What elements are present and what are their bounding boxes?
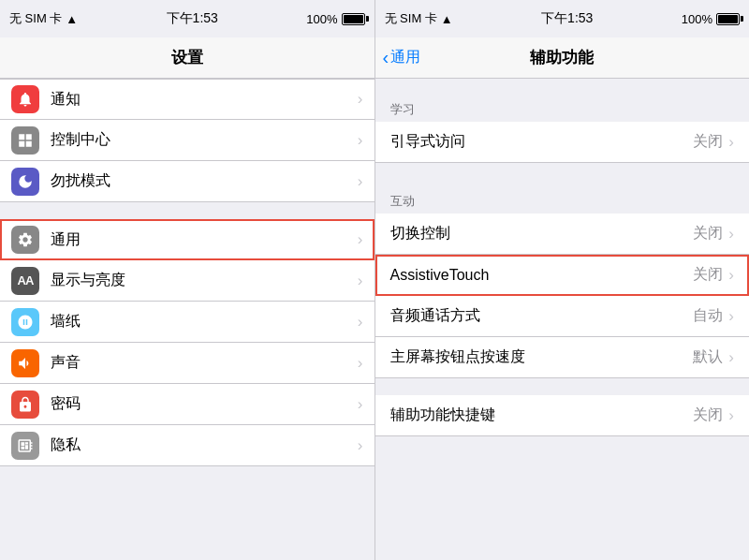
switch-control-chevron: ›: [728, 225, 734, 243]
control-label: 控制中心: [51, 130, 354, 150]
dnd-chevron: ›: [358, 172, 363, 191]
guided-access-chevron: ›: [728, 133, 734, 152]
guided-access-label: 引导式访问: [390, 132, 694, 152]
wallpaper-chevron: ›: [358, 313, 363, 332]
audio-routing-value: 自动: [693, 306, 723, 326]
right-battery-pct: 100%: [682, 12, 712, 26]
general-chevron: ›: [358, 230, 363, 249]
acc-item-assistive-touch[interactable]: AssistiveTouch 关闭 ›: [375, 255, 750, 296]
settings-item-control[interactable]: 控制中心 ›: [0, 120, 374, 161]
settings-item-sound[interactable]: 声音 ›: [0, 343, 374, 384]
dnd-icon: [11, 168, 39, 196]
switch-control-label: 切换控制: [390, 224, 694, 243]
right-nav-bar: ‹ 通用 辅助功能: [375, 37, 750, 79]
acc-section-header-interact: 互动: [375, 180, 750, 214]
settings-item-notification[interactable]: 通知 ›: [0, 79, 374, 120]
assistive-touch-label: AssistiveTouch: [390, 267, 694, 284]
left-time: 下午1:53: [167, 10, 218, 27]
sound-icon: [11, 349, 39, 377]
settings-item-dnd[interactable]: 勿扰模式 ›: [0, 161, 374, 202]
notification-label: 通知: [51, 90, 354, 110]
wallpaper-label: 墙纸: [51, 312, 354, 332]
acc-item-shortcut[interactable]: 辅助功能快捷键 关闭 ›: [375, 395, 750, 436]
dnd-label: 勿扰模式: [51, 171, 354, 191]
general-icon: [11, 226, 39, 254]
acc-section-header-learn: 学习: [375, 88, 750, 122]
settings-item-passcode[interactable]: 密码 ›: [0, 384, 374, 425]
sound-chevron: ›: [358, 354, 363, 373]
left-nav-title: 设置: [171, 47, 203, 68]
left-section-2: 通用 › AA 显示与亮度 › 墙纸 › 声音 ›: [0, 219, 374, 466]
display-icon: AA: [11, 267, 39, 295]
shortcut-value: 关闭: [693, 405, 723, 425]
sound-label: 声音: [51, 353, 354, 373]
home-speed-value: 默认: [693, 347, 723, 367]
acc-item-audio-routing[interactable]: 音频通话方式 自动 ›: [375, 296, 750, 337]
left-panel: 无 SIM 卡 ▲ 下午1:53 100% 设置 通知 ›: [0, 0, 374, 560]
privacy-label: 隐私: [51, 435, 354, 455]
acc-item-guided-access[interactable]: 引导式访问 关闭 ›: [375, 122, 750, 163]
back-button[interactable]: ‹ 通用: [383, 48, 421, 67]
passcode-icon: [11, 391, 39, 419]
acc-gap-1: [375, 163, 750, 180]
left-battery-pct: 100%: [306, 12, 337, 26]
audio-routing-label: 音频通话方式: [390, 306, 694, 326]
home-speed-chevron: ›: [728, 348, 734, 367]
right-nav-title: 辅助功能: [530, 47, 594, 68]
control-icon: [11, 126, 39, 155]
right-status-right: 100%: [682, 12, 740, 26]
left-battery-icon: [342, 13, 365, 25]
settings-item-general[interactable]: 通用 ›: [0, 219, 374, 260]
display-chevron: ›: [358, 272, 363, 290]
left-sim-label: 无 SIM 卡: [9, 10, 62, 27]
audio-routing-chevron: ›: [728, 307, 734, 326]
control-chevron: ›: [358, 131, 363, 150]
back-label: 通用: [390, 48, 420, 67]
notification-chevron: ›: [358, 90, 363, 109]
settings-item-wallpaper[interactable]: 墙纸 ›: [0, 302, 374, 343]
right-time: 下午1:53: [541, 10, 593, 27]
switch-control-value: 关闭: [693, 224, 723, 243]
assistive-touch-chevron: ›: [728, 266, 734, 285]
left-status-bar: 无 SIM 卡 ▲ 下午1:53 100%: [0, 0, 374, 37]
right-status-left: 无 SIM 卡 ▲: [385, 10, 453, 27]
acc-gap-top: [375, 79, 750, 88]
wallpaper-icon: [11, 308, 39, 336]
left-section-1: 通知 › 控制中心 › 勿扰模式 ›: [0, 79, 374, 202]
settings-item-display[interactable]: AA 显示与亮度 ›: [0, 260, 374, 302]
home-speed-label: 主屏幕按钮点按速度: [390, 347, 694, 367]
shortcut-chevron: ›: [728, 406, 734, 425]
guided-access-value: 关闭: [693, 132, 723, 152]
settings-item-privacy[interactable]: 隐私 ›: [0, 425, 374, 466]
right-wifi-icon: ▲: [441, 12, 453, 26]
privacy-chevron: ›: [358, 436, 363, 455]
section-gap-1: [0, 202, 374, 219]
left-settings-list: 通知 › 控制中心 › 勿扰模式 ›: [0, 79, 374, 560]
passcode-chevron: ›: [358, 395, 363, 414]
back-chevron-icon: ‹: [383, 48, 389, 66]
acc-item-switch-control[interactable]: 切换控制 关闭 ›: [375, 214, 750, 255]
right-settings-list: 学习 引导式访问 关闭 › 互动 切换控制 关闭 › AssistiveTouc…: [375, 79, 750, 560]
notification-icon: [11, 85, 39, 113]
general-label: 通用: [51, 230, 354, 250]
right-status-bar: 无 SIM 卡 ▲ 下午1:53 100%: [375, 0, 750, 37]
display-label: 显示与亮度: [51, 271, 354, 290]
left-status-left: 无 SIM 卡 ▲: [9, 10, 78, 27]
acc-item-home-speed[interactable]: 主屏幕按钮点按速度 默认 ›: [375, 337, 750, 378]
acc-gap-2: [375, 378, 750, 395]
right-panel: 无 SIM 卡 ▲ 下午1:53 100% ‹ 通用 辅助功能 学习 引导式访问…: [375, 0, 750, 560]
right-battery-icon: [716, 13, 740, 25]
left-status-right: 100%: [306, 12, 364, 26]
privacy-icon: [11, 432, 39, 460]
assistive-touch-value: 关闭: [693, 265, 723, 285]
left-nav-bar: 设置: [0, 37, 374, 79]
shortcut-label: 辅助功能快捷键: [390, 405, 694, 425]
passcode-label: 密码: [51, 394, 354, 414]
right-sim-label: 无 SIM 卡: [385, 10, 437, 27]
left-wifi-icon: ▲: [66, 12, 78, 26]
